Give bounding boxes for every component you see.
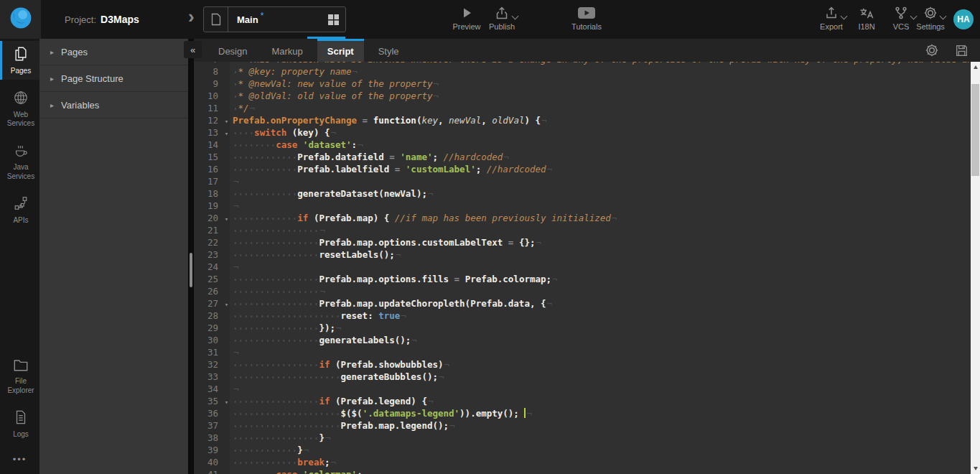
scrollbar-thumb[interactable] [971,84,979,176]
code-line-11[interactable]: 11 */¬ [194,102,971,114]
line-number: 30 [194,334,220,346]
pages-icon [13,46,29,65]
code-line-37[interactable]: 37 Prefab.map.legend();¬ [194,419,971,432]
code-line-14[interactable]: 14 case 'dataset':¬ [194,139,971,151]
wavemaker-logo[interactable] [0,0,41,39]
sidebar-item-file-explorer[interactable]: File Explorer [0,352,39,400]
code-line-15[interactable]: 15 Prefab.datafield = 'name'; //hardcode… [194,151,971,163]
line-number: 15 [194,151,220,163]
code-line-34[interactable]: 34¬ [194,383,971,395]
translate-icon [859,5,875,21]
user-avatar[interactable]: HA [953,9,974,29]
sidebar-item-label: Java Services [2,163,39,181]
whitespace-dots [233,469,276,474]
whitespace-dots [233,274,319,284]
tutorials-button[interactable]: Tutorials [566,5,607,35]
eol-marker: ¬ [353,66,358,77]
tab-markup[interactable]: Markup [261,39,312,62]
panel-section-page-structure[interactable]: ▸Page Structure [39,65,188,92]
line-number: 10 [194,90,220,102]
code-line-20[interactable]: 20▾ if (Prefab.map) { //if map has been … [194,212,971,224]
export-button[interactable]: Export [811,5,851,35]
code-line-22[interactable]: 22 Prefab.map.options.customLabelText = … [194,236,971,248]
code-line-33[interactable]: 33 generateBubbles();¬ [194,371,971,383]
publish-button[interactable]: Publish [482,5,522,35]
sidebar-item-java-services[interactable]: Java Services [0,138,39,186]
code-line-39[interactable]: 39 }¬ [194,444,971,456]
eol-marker: ¬ [233,200,239,211]
code-line-24[interactable]: 24¬ [194,261,971,273]
code-line-27[interactable]: 27▾ Prefab.map.updateChoropleth(Prefab.d… [194,297,971,310]
sidebar-item-logs[interactable]: Logs [0,404,39,443]
code-line-12[interactable]: 12▾Prefab.onPropertyChange = function(ke… [194,114,971,126]
settings-button[interactable]: Settings [910,5,951,35]
code-line-41[interactable]: 41 case 'colormap':¬ [194,468,971,474]
publish-label: Publish [489,22,515,31]
panel-section-label: Page Structure [61,73,123,84]
code-line-32[interactable]: 32 if (Prefab.showbubbles)¬ [194,358,971,371]
eol-marker: ¬ [233,261,239,272]
line-number: 36 [194,407,220,419]
line-number: 22 [194,236,220,248]
eol-marker: ¬ [233,176,239,187]
code-line-36[interactable]: 36 $($('.datamaps-legend')).empty(); ¬ [194,407,971,419]
publish-icon [494,5,510,21]
code-line-29[interactable]: 29 });¬ [194,322,971,334]
collapse-panel-button[interactable]: « [184,41,202,58]
code-line-35[interactable]: 35▾ if (Prefab.legend) {¬ [194,395,971,407]
script-editor[interactable]: 7 * This function will be invoked whenev… [194,62,971,474]
eol-marker: ¬ [612,213,617,223]
code-line-8[interactable]: 8 * @key: property name¬ [194,65,971,78]
gear-icon [923,5,938,21]
code-line-28[interactable]: 28 reset: true¬ [194,310,971,322]
code-text: * @newVal: new value of the property¬ [233,78,439,89]
code-line-10[interactable]: 10 * @oldVal: old value of the property¬ [194,90,971,102]
code-line-38[interactable]: 38 }¬ [194,432,971,444]
page-settings-gear-icon[interactable] [925,43,939,57]
branch-icon [894,5,908,21]
preview-button[interactable]: Preview [447,5,487,35]
line-number: 38 [194,432,220,444]
code-line-30[interactable]: 30 generateLabels();¬ [194,334,971,346]
code-line-23[interactable]: 23 resetLabels();¬ [194,248,971,261]
code-line-25[interactable]: 25 Prefab.map.options.fills = Prefab.col… [194,273,971,285]
scroll-up-button[interactable] [971,62,980,73]
scroll-down-button[interactable] [971,463,980,474]
code-line-16[interactable]: 16 Prefab.labelfield = 'customLabel'; //… [194,163,971,175]
tab-design[interactable]: Design [208,39,257,62]
code-text: case 'colormap':¬ [233,469,368,474]
sidebar-item-web-services[interactable]: Web Services [0,85,39,133]
tab-style[interactable]: Style [368,39,409,62]
code-line-19[interactable]: 19¬ [194,200,971,212]
code-line-40[interactable]: 40 break;¬ [194,456,971,468]
more-options-button[interactable]: ••• [0,448,39,474]
code-line-18[interactable]: 18 generateDataset(newVal);¬ [194,187,971,200]
workspace-grid-icon[interactable] [327,14,340,26]
code-line-21[interactable]: 21 ¬ [194,224,971,236]
eol-marker: ¬ [325,432,331,443]
panel-scrollbar-thumb[interactable] [190,253,192,287]
code-line-13[interactable]: 13▾ switch (key) {¬ [194,126,971,139]
page-tab-main[interactable]: Main * [203,6,346,32]
line-number: 19 [194,200,220,212]
panel-section-variables[interactable]: ▸Variables [39,92,188,118]
code-text: ¬ [233,225,325,236]
globe-icon [13,90,29,108]
whitespace-dots [233,359,319,370]
code-line-9[interactable]: 9 * @newVal: new value of the property¬ [194,78,971,90]
sidebar-item-apis[interactable]: APIs [0,190,39,229]
tab-script[interactable]: Script [317,39,364,62]
whitespace-dots [233,396,319,406]
settings-label: Settings [916,22,945,31]
code-line-31[interactable]: 31¬ [194,346,971,358]
project-name: D3Maps [101,14,139,25]
save-icon[interactable] [955,44,969,57]
sidebar-item-pages[interactable]: Pages [0,41,39,80]
editor-scrollbar[interactable] [971,62,980,474]
panel-section-pages[interactable]: ▸Pages [39,39,188,65]
code-line-17[interactable]: 17¬ [194,175,971,187]
whitespace-dots [233,103,238,113]
video-icon [577,5,596,21]
line-number: 9 [194,78,220,90]
code-line-26[interactable]: 26 ¬ [194,285,971,297]
